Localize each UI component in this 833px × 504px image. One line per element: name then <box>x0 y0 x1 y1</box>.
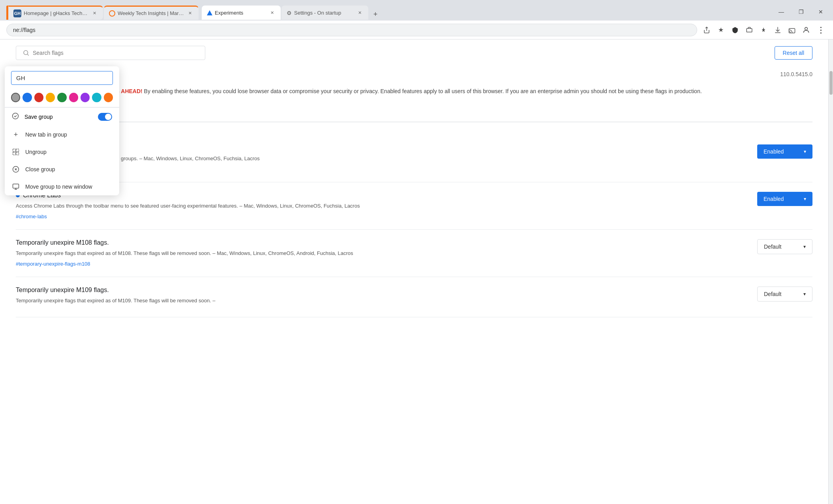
scrollbar-thumb[interactable] <box>829 71 833 95</box>
warning-body-text: By enabling these features, you could lo… <box>144 88 702 94</box>
svg-point-2 <box>805 27 808 30</box>
close-button[interactable]: ✕ <box>812 6 830 18</box>
warning-section: WARNING: EXPERIMENTAL FEATURES AHEAD! By… <box>16 87 812 96</box>
close-group-icon <box>12 165 20 173</box>
flag-select-chevron-0: ▾ <box>804 149 806 154</box>
svg-rect-7 <box>16 152 19 155</box>
new-tab-in-group-item[interactable]: + New tab in group <box>5 126 119 143</box>
save-group-row: Save group <box>5 107 119 126</box>
flag-control-chrome-labs: Enabled ▾ <box>757 192 812 206</box>
color-blue[interactable] <box>23 93 32 102</box>
flag-select-chevron-1: ▾ <box>804 196 806 202</box>
scrollbar[interactable] <box>828 39 833 504</box>
tab-title-settings: Settings - On startup <box>294 10 354 16</box>
extension-icon[interactable] <box>743 24 756 36</box>
share-icon[interactable] <box>700 24 713 36</box>
flag-control-unexpire-m108: Default ▾ <box>757 239 812 254</box>
flag-control-tab-groups-save: Enabled ▾ <box>757 144 812 159</box>
flag-name-unexpire-m108: Temporarily unexpire M108 flags. <box>16 239 745 246</box>
flags-search-container <box>16 46 205 60</box>
tab-gh[interactable]: GH Homepage | gHacks Technolo... ✕ <box>8 6 103 20</box>
save-group-icon <box>12 112 19 121</box>
tab-title-gh: Homepage | gHacks Technolo... <box>24 10 88 16</box>
minimize-button[interactable]: — <box>772 6 790 18</box>
close-group-item[interactable]: Close group <box>5 161 119 178</box>
flags-search-input[interactable] <box>33 50 183 56</box>
flag-name-unexpire-m109: Temporarily unexpire M109 flags. <box>16 287 745 294</box>
close-group-label: Close group <box>25 166 112 172</box>
flag-desc-tab-groups-save: Enables users to explicitly save and rec… <box>16 155 745 163</box>
tab-close-experiments[interactable]: ✕ <box>268 9 276 17</box>
move-group-label: Move group to new window <box>25 184 112 190</box>
color-teal[interactable] <box>92 93 101 102</box>
svg-rect-11 <box>13 184 19 188</box>
tab-title-weekly: Weekly Tech Insights | Martin... <box>118 10 184 16</box>
menu-icon[interactable]: ⋮ <box>814 24 827 36</box>
search-bar-row: Reset all <box>16 46 812 60</box>
tab-close-weekly[interactable]: ✕ <box>186 10 193 17</box>
color-yellow[interactable] <box>46 93 55 102</box>
ungroup-label: Ungroup <box>25 149 112 155</box>
experiments-content: Reset all Experiments 110.0.5415.0 WARNI… <box>0 39 828 504</box>
color-picker-row <box>5 90 119 107</box>
flag-select-chevron-3: ▾ <box>803 291 806 297</box>
tab-gh-favicon: GH <box>13 9 21 17</box>
svg-line-13 <box>27 54 28 55</box>
tab-close-gh[interactable]: ✕ <box>91 10 98 17</box>
title-bar: GH Homepage | gHacks Technolo... ✕ Weekl… <box>0 0 833 21</box>
flag-link-chrome-labs[interactable]: #chrome-labs <box>16 214 47 219</box>
color-orange[interactable] <box>104 93 113 102</box>
tab-experiments[interactable]: Experiments ✕ <box>202 6 281 20</box>
pin-icon[interactable] <box>757 24 770 36</box>
svg-rect-4 <box>13 149 16 152</box>
tab-favicon-experiments <box>207 10 212 15</box>
flag-name-tab-groups-save: Tab Groups Save <box>16 144 745 152</box>
reset-all-button[interactable]: Reset all <box>775 46 812 60</box>
shield-icon[interactable] <box>729 24 741 36</box>
flag-select-unexpire-m108[interactable]: Default ▾ <box>757 239 812 254</box>
color-purple[interactable] <box>81 93 90 102</box>
experiments-title: Experiments <box>16 68 780 81</box>
group-name-input-row <box>5 66 119 90</box>
search-icon <box>23 49 30 56</box>
flag-control-unexpire-m109: Default ▾ <box>757 287 812 302</box>
flag-name-chrome-labs: Chrome Labs <box>16 192 745 199</box>
flags-header: Experiments 110.0.5415.0 <box>16 68 812 81</box>
address-bar: ★ ⋮ <box>0 21 833 39</box>
tab-weekly[interactable]: Weekly Tech Insights | Martin... ✕ <box>104 6 199 20</box>
cast-icon[interactable] <box>786 24 798 36</box>
browser-frame: GH Homepage | gHacks Technolo... ✕ Weekl… <box>0 0 833 504</box>
flag-item-chrome-labs: Chrome Labs Access Chrome Labs through t… <box>16 182 812 230</box>
move-group-item[interactable]: Move group to new window <box>5 178 119 195</box>
flag-desc-unexpire-m108: Temporarily unexpire flags that expired … <box>16 249 745 258</box>
flag-select-chrome-labs[interactable]: Enabled ▾ <box>757 192 812 206</box>
flag-link-unexpire-m108[interactable]: #temporary-unexpire-flags-m108 <box>16 261 90 267</box>
save-group-toggle[interactable] <box>98 113 112 121</box>
restore-button[interactable]: ❐ <box>792 6 810 18</box>
tab-close-settings[interactable]: ✕ <box>356 9 363 17</box>
flag-info-unexpire-m108: Temporarily unexpire M108 flags. Tempora… <box>16 239 745 267</box>
ungroup-item[interactable]: Ungroup <box>5 143 119 161</box>
flag-info-chrome-labs: Chrome Labs Access Chrome Labs through t… <box>16 192 745 220</box>
bookmark-icon[interactable]: ★ <box>715 24 727 36</box>
tab-settings[interactable]: ⚙ Settings - On startup ✕ <box>281 6 368 20</box>
download-icon[interactable] <box>771 24 784 36</box>
color-green[interactable] <box>57 93 66 102</box>
window-controls: — ❐ ✕ <box>772 6 830 18</box>
new-tab-button[interactable]: + <box>370 9 381 20</box>
svg-rect-5 <box>16 149 19 152</box>
flag-select-tab-groups-save[interactable]: Enabled ▾ <box>757 144 812 159</box>
ungroup-icon <box>12 148 20 156</box>
address-input[interactable] <box>6 24 697 36</box>
group-context-menu: Save group + New tab in group Ungroup Cl… <box>5 66 119 195</box>
color-grey[interactable] <box>11 93 20 102</box>
account-icon[interactable] <box>800 24 812 36</box>
group-name-input[interactable] <box>11 71 113 85</box>
svg-point-12 <box>24 51 28 55</box>
flag-info-tab-groups-save: Tab Groups Save Enables users to explici… <box>16 144 745 172</box>
flag-select-unexpire-m109[interactable]: Default ▾ <box>757 287 812 302</box>
tab-favicon-settings: ⚙ <box>287 10 292 16</box>
new-tab-icon: + <box>12 131 20 139</box>
color-red[interactable] <box>34 93 43 102</box>
color-pink[interactable] <box>69 93 78 102</box>
